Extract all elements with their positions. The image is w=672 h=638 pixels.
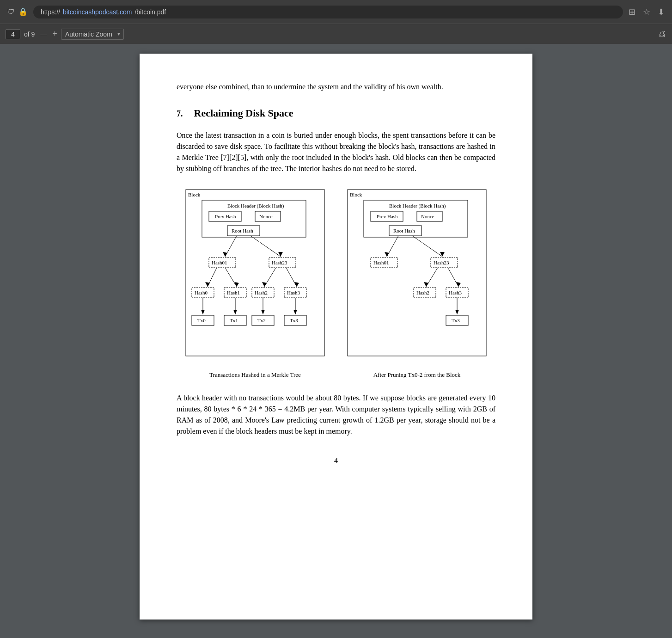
url-bar[interactable]: https://bitcoincashpodcast.com/bitcoin.p… (33, 6, 623, 18)
svg-marker-53 (455, 310, 459, 314)
svg-marker-8 (278, 252, 283, 257)
diagram2-wrapper: Block Block Header (Block Hash) Prev Has… (345, 187, 489, 380)
hash01-label: Hash01 (212, 260, 227, 265)
root-hash-label-2: Root Hash (393, 228, 415, 233)
svg-line-42 (412, 236, 442, 257)
footer-paragraph: A block header with no transactions woul… (177, 393, 495, 437)
nonce-label: Nonce (259, 214, 273, 219)
tx3-label-2: Tx3 (452, 318, 460, 323)
prev-hash-label-2: Prev Hash (377, 214, 398, 219)
block-header-label: Block Header (Block Hash) (227, 203, 284, 209)
diagram2-caption: After Pruning Tx0-2 from the Block (373, 370, 461, 380)
bookmark-icon[interactable]: ☆ (643, 7, 650, 17)
zoom-in-button[interactable]: + (52, 29, 57, 39)
pdf-page: everyone else combined, than to undermin… (140, 54, 532, 620)
browser-chrome: 🛡 🔒 https://bitcoincashpodcast.com/bitco… (0, 0, 672, 24)
svg-marker-30 (293, 310, 297, 314)
block-header-label-2: Block Header (Block Hash) (389, 203, 446, 209)
hash01-label-2: Hash01 (373, 260, 389, 265)
hash0-label: Hash0 (195, 290, 208, 295)
hash3-label-2: Hash3 (449, 290, 462, 295)
zoom-select[interactable]: Automatic Zoom 50% 75% 100% 125% 150% (61, 29, 124, 40)
svg-line-7 (250, 236, 281, 257)
tx1-label: Tx1 (230, 318, 238, 323)
hash1-label: Hash1 (227, 290, 240, 295)
diagrams-container: Block Block Header (Block Hash) Prev Has… (177, 187, 495, 380)
svg-marker-28 (261, 310, 265, 314)
hash2-label-2: Hash2 (416, 290, 429, 295)
url-domain: bitcoincashpodcast.com (63, 8, 132, 16)
tx2-label: Tx2 (257, 318, 266, 323)
svg-line-13 (225, 268, 237, 287)
svg-line-48 (448, 268, 458, 287)
prev-hash-label: Prev Hash (215, 214, 236, 219)
section-title: Reclaiming Disk Space (194, 105, 293, 121)
body-paragraph: Once the latest transaction in a coin is… (177, 130, 495, 174)
root-hash-label: Root Hash (232, 228, 253, 233)
pruned-merkle-tree-diagram: Block Block Header (Block Hash) Prev Has… (345, 187, 489, 363)
hash23-label: Hash23 (272, 260, 287, 265)
page-number-display: 4 (177, 455, 495, 466)
browser-icons-left: 🛡 🔒 (7, 7, 28, 16)
block-label: Block (188, 192, 201, 197)
svg-marker-41 (385, 252, 389, 257)
section-heading: 7. Reclaiming Disk Space (177, 105, 495, 121)
svg-marker-12 (205, 282, 210, 287)
hash3-label: Hash3 (287, 290, 300, 295)
svg-marker-6 (223, 252, 227, 257)
tx0-label: Tx0 (197, 318, 206, 323)
diagram1-wrapper: Block Block Header (Block Hash) Prev Has… (183, 187, 327, 380)
intro-text: everyone else combined, than to undermin… (177, 81, 495, 92)
svg-line-17 (286, 268, 297, 287)
url-prefix: https:// (41, 8, 60, 16)
merkle-tree-diagram: Block Block Header (Block Hash) Prev Has… (183, 187, 327, 363)
browser-icons-right: ⊞ ☆ ⬇ (629, 7, 665, 17)
svg-marker-26 (233, 310, 237, 314)
hash23-label-2: Hash23 (434, 260, 449, 265)
tx3-label: Tx3 (290, 318, 298, 323)
shield-icon: 🛡 (7, 8, 15, 16)
download-icon[interactable]: ⬇ (658, 7, 665, 17)
section-number: 7. (177, 108, 183, 120)
pdf-content-area: everyone else combined, than to undermin… (0, 44, 672, 638)
toolbar-separator: — (40, 31, 47, 38)
svg-marker-24 (201, 310, 205, 314)
page-total-label: of 9 (24, 31, 35, 38)
block-label-2: Block (350, 192, 362, 197)
print-icon[interactable]: 🖨 (658, 29, 666, 39)
url-path: /bitcoin.pdf (134, 8, 166, 16)
zoom-wrapper: Automatic Zoom 50% 75% 100% 125% 150% ▼ (61, 29, 124, 40)
pdf-toolbar: of 9 — + Automatic Zoom 50% 75% 100% 125… (0, 24, 672, 44)
svg-marker-49 (456, 282, 461, 287)
reader-icon[interactable]: ⊞ (629, 7, 635, 17)
svg-marker-18 (294, 282, 299, 287)
hash2-label: Hash2 (255, 290, 268, 295)
nonce-label-2: Nonce (421, 214, 434, 219)
lock-icon: 🔒 (18, 7, 28, 16)
svg-marker-43 (440, 252, 445, 257)
diagram1-caption: Transactions Hashed in a Merkle Tree (209, 370, 301, 380)
page-number-input[interactable] (6, 29, 20, 39)
